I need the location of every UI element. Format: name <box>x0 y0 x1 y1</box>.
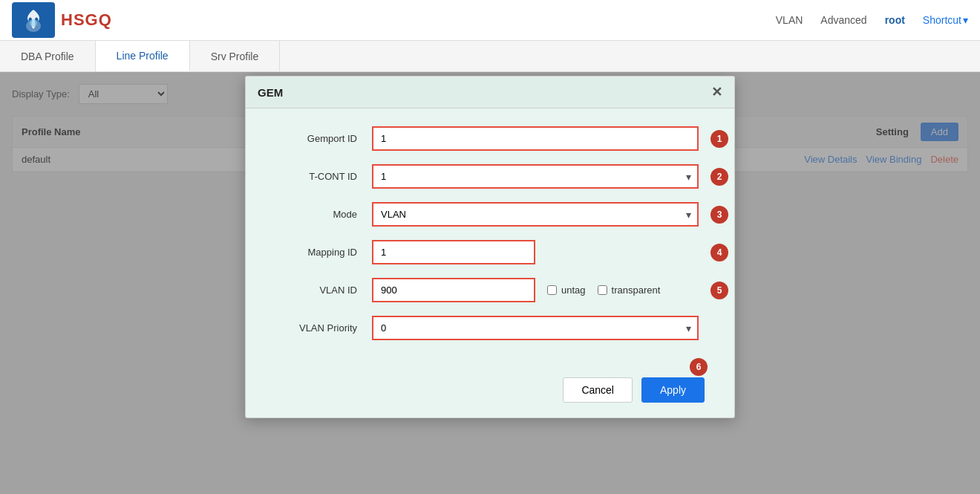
vlan-id-input[interactable] <box>372 278 535 302</box>
tab-line-profile-label: Line Profile <box>117 50 169 62</box>
gemport-id-label: Gemport ID <box>275 133 372 144</box>
mode-row: Mode VLAN 3 <box>275 202 705 227</box>
gem-dialog-title: GEM <box>258 86 283 99</box>
untag-checkbox-group: untag <box>547 285 586 296</box>
tab-srv-profile-label: Srv Profile <box>211 51 259 62</box>
shortcut-nav-link[interactable]: Shortcut ▾ <box>923 14 968 26</box>
untag-label: untag <box>561 285 586 296</box>
top-navigation: HSGQ VLAN Advanced root Shortcut ▾ <box>0 0 980 41</box>
gemport-id-input[interactable] <box>372 126 699 151</box>
tcont-id-label: T-CONT ID <box>275 171 372 182</box>
step-4-badge: 4 <box>710 244 728 261</box>
vlan-nav-link[interactable]: VLAN <box>776 14 803 26</box>
logo-text: HSGQ <box>61 10 112 30</box>
vlan-priority-label: VLAN Priority <box>275 322 372 334</box>
gem-dialog: GEM ✕ Gemport ID 1 T-CONT ID 1 <box>245 76 735 418</box>
tab-dba-profile-label: DBA Profile <box>21 51 74 62</box>
logo-box <box>12 2 55 38</box>
vlan-id-row-inner: untag transparent <box>372 278 660 302</box>
apply-button[interactable]: Apply <box>641 377 705 403</box>
step-3-badge: 3 <box>710 206 728 224</box>
step-2-badge: 2 <box>710 168 728 186</box>
sub-navigation: DBA Profile Line Profile Srv Profile <box>0 41 980 72</box>
tcont-id-select-wrapper: 1 <box>372 164 699 189</box>
tab-srv-profile[interactable]: Srv Profile <box>190 41 281 71</box>
logo-area: HSGQ <box>12 2 112 38</box>
gem-dialog-close[interactable]: ✕ <box>711 84 722 100</box>
vlan-priority-row: VLAN Priority 0 <box>275 316 705 340</box>
logo-icon <box>20 7 47 33</box>
vlan-priority-select[interactable]: 0 <box>372 316 699 340</box>
step-5-badge: 5 <box>710 282 728 299</box>
gem-dialog-header: GEM ✕ <box>246 77 734 108</box>
gem-dialog-body: Gemport ID 1 T-CONT ID 1 2 Mode <box>246 108 734 368</box>
tcont-id-select[interactable]: 1 <box>372 164 699 189</box>
main-area: Display Type: All Profile Name Setting A… <box>0 72 980 494</box>
mapping-id-input[interactable] <box>372 240 535 264</box>
chevron-down-icon: ▾ <box>963 14 968 26</box>
advanced-nav-link[interactable]: Advanced <box>820 14 866 26</box>
step-1-badge: 1 <box>710 130 728 148</box>
mode-select[interactable]: VLAN <box>372 202 699 227</box>
cancel-button[interactable]: Cancel <box>563 377 633 403</box>
shortcut-label: Shortcut <box>923 14 961 26</box>
mapping-id-label: Mapping ID <box>275 247 372 258</box>
vlan-id-row: VLAN ID untag transparent 5 <box>275 278 705 302</box>
mode-select-wrapper: VLAN <box>372 202 699 227</box>
vlan-id-label: VLAN ID <box>275 285 372 296</box>
transparent-label: transparent <box>612 285 661 296</box>
gemport-id-row: Gemport ID 1 <box>275 126 705 151</box>
gem-dialog-overlay: GEM ✕ Gemport ID 1 T-CONT ID 1 <box>0 72 980 494</box>
transparent-checkbox[interactable] <box>598 285 607 295</box>
mapping-id-row: Mapping ID 4 <box>275 240 705 264</box>
svg-point-1 <box>30 19 37 27</box>
user-nav-link[interactable]: root <box>885 14 905 26</box>
tab-line-profile[interactable]: Line Profile <box>96 41 190 71</box>
untag-checkbox[interactable] <box>547 285 557 295</box>
transparent-checkbox-group: transparent <box>598 285 661 296</box>
step-6-badge: 6 <box>690 358 708 376</box>
top-nav-right: VLAN Advanced root Shortcut ▾ <box>776 14 968 26</box>
gem-dialog-footer: 6 Cancel Apply <box>246 368 734 417</box>
vlan-priority-select-wrapper: 0 <box>372 316 699 340</box>
mode-label: Mode <box>275 209 372 220</box>
tab-dba-profile[interactable]: DBA Profile <box>0 41 96 71</box>
tcont-id-row: T-CONT ID 1 2 <box>275 164 705 189</box>
